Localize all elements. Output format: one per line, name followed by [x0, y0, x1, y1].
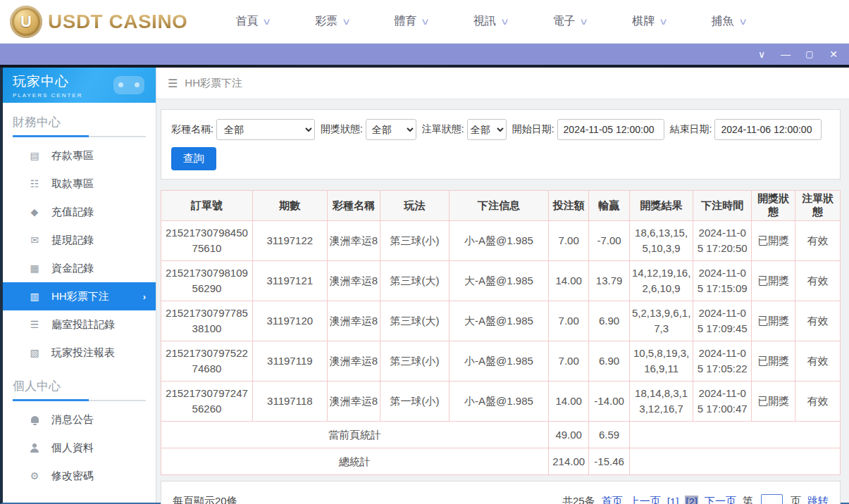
sidebar-item-funds-records[interactable]: ▦ 資金記錄: [3, 254, 156, 282]
cell-period: 31197119: [252, 341, 327, 382]
end-date-input[interactable]: [714, 119, 822, 140]
col-draw-result: 開獎結果: [629, 191, 693, 221]
jump-prefix-text: 第: [743, 495, 753, 504]
withdraw-hand-icon: ☷: [28, 178, 41, 189]
sidebar-item-label: 提現記錄: [51, 234, 94, 247]
sidebar-item-label: 資金記錄: [51, 262, 94, 275]
cell-play: 第一球(小): [380, 382, 450, 422]
sidebar-item-hh-lottery-bets[interactable]: ▥ HH彩票下注 ›: [3, 282, 156, 310]
sidebar-item-room-bet-records[interactable]: ☰ 廳室投註記錄: [3, 310, 156, 339]
nav-item-fishing[interactable]: 捕魚 ∨: [712, 14, 747, 29]
usdt-coin-icon: U: [10, 6, 42, 38]
cell-order-id: 2152173079752274680: [161, 341, 253, 382]
pagination-bar: 每頁顯示20條 共25条 首页 上一页 [1] [2] 下一页 第 页 跳转: [161, 481, 841, 504]
money-bag-icon: ◆: [28, 206, 41, 218]
cell-lottery: 澳洲幸运8: [327, 301, 380, 341]
total-count-text: 共25条: [562, 495, 595, 504]
start-date-label: 開始日期:: [512, 123, 554, 136]
start-date-input[interactable]: [557, 119, 664, 140]
cell-period: 31197121: [252, 261, 327, 301]
app-window: U USDT CASINO 首頁 ∨ 彩票 ∨ 體育 ∨ 視訊 ∨ 電子: [0, 0, 849, 504]
window-dropdown-icon[interactable]: ∨: [755, 44, 769, 65]
nav-item-home[interactable]: 首頁 ∨: [235, 14, 271, 29]
chevron-right-icon: ›: [143, 291, 146, 302]
window-minimize-icon[interactable]: —: [779, 44, 793, 65]
page-2-current[interactable]: [2]: [685, 496, 698, 504]
cell-order-id: 2152173079778538100: [161, 301, 253, 341]
cell-winloss: 13.79: [589, 261, 629, 301]
cell-time: 2024-11-05 17:09:45: [693, 301, 752, 341]
sidebar-item-label: 充值記錄: [51, 206, 94, 219]
cell-time: 2024-11-05 17:00:47: [693, 382, 752, 422]
bet-status-select[interactable]: 全部: [467, 119, 507, 140]
sidebar-item-deposit-zone[interactable]: ▤ 存款專區: [3, 141, 156, 170]
sidebar-item-announcements[interactable]: 消息公告: [3, 405, 156, 434]
next-page-link[interactable]: 下一页: [705, 495, 736, 504]
window-close-icon[interactable]: ✕: [826, 44, 841, 65]
funds-record-icon: ▦: [28, 263, 41, 274]
draw-status-select[interactable]: 全部: [366, 119, 416, 140]
sidebar: 玩家中心 PLAYERS CENTER 財務中心 ▤ 存款專區 ☷ 取款專區 ◆…: [3, 68, 156, 503]
search-button[interactable]: 查詢: [171, 147, 216, 170]
sidebar-item-withdrawal-records[interactable]: ✉ 提現記錄: [3, 226, 156, 254]
players-center-subtitle: PLAYERS CENTER: [13, 92, 82, 99]
cell-winloss: -7.00: [589, 221, 629, 261]
cell-bet-info: 小-A盤@1.985: [449, 341, 548, 382]
prev-page-link[interactable]: 上一页: [629, 495, 661, 504]
table-row: 2152173079778538100 31197120 澳洲幸运8 第三球(大…: [161, 301, 841, 341]
cell-draw-status: 已開獎: [752, 301, 795, 341]
sidebar-item-withdraw-zone[interactable]: ☷ 取款專區: [3, 170, 156, 198]
window-maximize-icon[interactable]: ▢: [802, 44, 817, 65]
cell-amount: 7.00: [548, 341, 588, 382]
cell-draw-status: 已開獎: [752, 341, 795, 382]
cell-winloss: -14.00: [589, 382, 629, 422]
cell-result: 14,12,19,16,2,6,10,9: [629, 261, 693, 301]
nav-label: 彩票: [315, 14, 337, 29]
room-list-icon: ☰: [28, 319, 41, 330]
cell-order-id: 2152173079845075610: [161, 221, 253, 261]
sidebar-item-label: 存款專區: [51, 149, 94, 163]
page-summary-winloss: 6.59: [589, 422, 629, 448]
table-header-row: 訂單號 期數 彩種名稱 玩法 下注信息 投注額 輸贏 開獎結果 下注時間 開獎狀…: [161, 191, 841, 221]
col-bet-info: 下注信息: [449, 191, 548, 221]
section-divider: [13, 400, 146, 401]
page-summary-label: 當前頁統計: [161, 422, 549, 448]
site-header: U USDT CASINO 首頁 ∨ 彩票 ∨ 體育 ∨ 視訊 ∨ 電子: [0, 0, 849, 44]
cell-bet-info: 大-A盤@1.985: [449, 261, 548, 301]
nav-item-slots[interactable]: 電子 ∨: [552, 14, 588, 29]
jump-button[interactable]: 跳转: [807, 495, 829, 504]
lottery-name-label: 彩種名稱:: [171, 123, 213, 136]
nav-item-sports[interactable]: 體育 ∨: [394, 14, 429, 29]
main-scroll-area: 彩種名稱: 全部 開獎狀態: 全部 注單狀態: 全部 開始日期:: [156, 99, 849, 504]
gear-icon: ⚙: [28, 470, 41, 481]
person-icon: [28, 443, 41, 453]
cell-draw-status: 已開獎: [752, 382, 795, 422]
lottery-name-select[interactable]: 全部: [216, 119, 315, 140]
cell-bet-status: 有效: [795, 341, 841, 382]
nav-item-board-games[interactable]: 棋牌 ∨: [632, 14, 667, 29]
cell-bet-info: 小-A盤@1.985: [449, 221, 548, 261]
cell-result: 18,6,13,15,5,10,3,9: [629, 221, 693, 261]
nav-item-lottery[interactable]: 彩票 ∨: [315, 14, 350, 29]
page-1-link[interactable]: [1]: [667, 496, 679, 504]
site-logo[interactable]: U USDT CASINO: [10, 6, 187, 38]
cell-bet-status: 有效: [795, 221, 841, 261]
logo-text: USDT CASINO: [48, 11, 187, 33]
jump-page-input[interactable]: [761, 494, 783, 504]
breadcrumb: ☰ HH彩票下注: [156, 68, 849, 99]
first-page-link[interactable]: 首页: [602, 495, 623, 504]
sidebar-item-recharge-records[interactable]: ◆ 充值記錄: [3, 198, 156, 226]
cell-amount: 14.00: [548, 382, 588, 422]
sidebar-item-change-password[interactable]: ⚙ 修改密碼: [3, 462, 156, 490]
gamepad-icon: [113, 76, 144, 94]
cell-play: 第三球(小): [380, 221, 450, 261]
sidebar-item-label: 個人資料: [51, 441, 94, 455]
sidebar-item-player-bet-report[interactable]: ▧ 玩家投注報表: [3, 339, 156, 367]
chevron-down-icon: ∨: [500, 16, 509, 27]
jump-suffix-text: 页: [791, 495, 801, 504]
menu-icon[interactable]: ☰: [168, 77, 178, 90]
nav-item-live-video[interactable]: 視訊 ∨: [473, 14, 509, 29]
col-play-type: 玩法: [380, 191, 450, 221]
bets-table: 訂單號 期數 彩種名稱 玩法 下注信息 投注額 輸贏 開獎結果 下注時間 開獎狀…: [161, 190, 841, 475]
sidebar-item-profile[interactable]: 個人資料: [3, 434, 156, 462]
